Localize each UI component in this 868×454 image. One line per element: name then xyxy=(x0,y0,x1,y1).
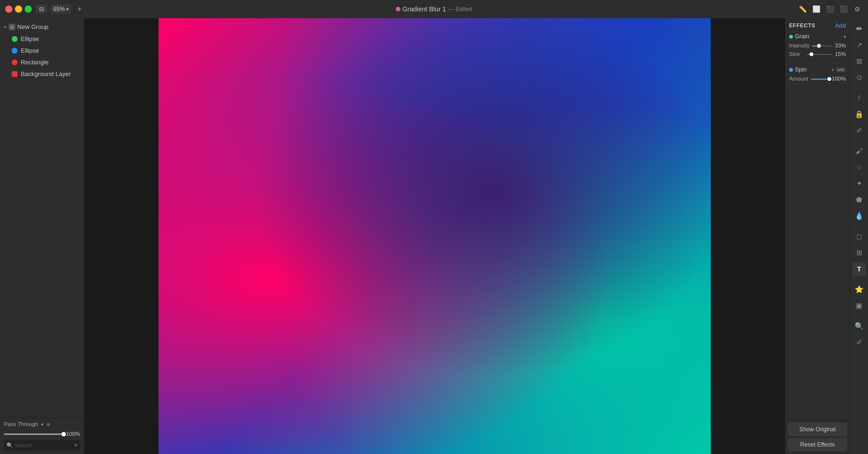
crop-mode-button[interactable]: ⬜ xyxy=(811,4,822,13)
search-input[interactable] xyxy=(15,442,72,449)
spin-amount-thumb xyxy=(827,77,831,81)
canvas-area[interactable] xyxy=(85,18,785,454)
adjust-mode-button[interactable]: ⬛ xyxy=(825,4,836,13)
spin-toggle-dot[interactable] xyxy=(789,68,793,72)
layer-group-header[interactable]: ▾ ⊞ New Group xyxy=(0,21,84,33)
size-label: Size xyxy=(789,51,805,58)
toolbar-divider-1 xyxy=(855,88,864,88)
opacity-slider[interactable] xyxy=(4,433,64,435)
grain-intensity-value: 33% xyxy=(835,42,846,49)
fullscreen-button[interactable] xyxy=(25,5,32,13)
layer-color-dot-pink xyxy=(12,71,18,77)
layer-name-background: Background Layer xyxy=(21,70,71,78)
spin-effect-name: Spin xyxy=(795,66,830,73)
group-folder-icon: ⊞ xyxy=(9,24,15,30)
pen-mode-button[interactable]: ✏️ xyxy=(797,4,808,13)
opacity-slider-fill xyxy=(4,433,64,435)
add-layer-button[interactable]: + xyxy=(74,442,78,449)
close-button[interactable] xyxy=(5,5,12,13)
layer-color-dot-green xyxy=(12,36,18,42)
line-tool-button[interactable]: / xyxy=(852,91,866,105)
add-button[interactable]: + xyxy=(75,4,84,13)
opacity-row: 100% xyxy=(4,431,80,437)
brush-tool-button[interactable]: 🖌 xyxy=(852,144,866,158)
zoom-control[interactable]: 65% ▾ xyxy=(51,4,71,13)
group-chevron-icon: ▾ xyxy=(4,24,6,30)
title-dot-icon xyxy=(396,7,401,11)
grain-size-slider[interactable] xyxy=(808,54,832,55)
grain-effect-header[interactable]: Grain ▾ xyxy=(789,33,846,40)
document-title: Gradient Blur 1 — Edited xyxy=(396,5,472,13)
lock-tool-button[interactable]: 🔒 xyxy=(852,108,866,121)
layer-name-rectangle: Rectangle xyxy=(21,59,49,66)
spin-badge: edit xyxy=(836,67,846,72)
title-text: Gradient Blur 1 xyxy=(402,5,446,13)
toolbar-divider-3 xyxy=(855,226,864,226)
text-tool-button[interactable]: T xyxy=(852,262,866,276)
layer-color-dot-blue xyxy=(12,48,18,54)
spin-amount-fill xyxy=(811,79,829,80)
right-toolbar: ✏ ↗ ⊠ ⊙ / 🔒 ✐ 🖌 ○ ✦ ⬟ 💧 ◻ ⊞ T ⭐ ▣ 🔍 ✐ xyxy=(850,18,868,454)
edit-tool-button[interactable]: ✐ xyxy=(852,124,866,138)
more-options-button[interactable]: ⚙ xyxy=(852,4,863,13)
reset-effects-button[interactable]: Reset Effects xyxy=(788,438,847,451)
amount-label: Amount xyxy=(789,76,808,82)
layer-name-ellipse-green: Ellipse xyxy=(21,35,39,42)
spin-amount-slider[interactable] xyxy=(811,79,829,80)
layer-color-dot-red xyxy=(12,59,18,65)
opacity-slider-thumb xyxy=(61,432,66,436)
star-tool-button[interactable]: ✦ xyxy=(852,177,866,190)
layer-name-ellipse-blue: Ellipse xyxy=(21,47,39,54)
effects-bottom: Show Original Reset Effects xyxy=(785,420,850,454)
spin-effect-header[interactable]: Spin ▾ edit xyxy=(789,66,846,73)
healing-tool-button[interactable]: ✐ xyxy=(852,336,866,350)
left-sidebar: ▾ ⊞ New Group Ellipse Ellipse Rectangle xyxy=(0,18,85,454)
eraser-tool-button[interactable]: ◻ xyxy=(852,230,866,243)
circle-tool-button[interactable]: ○ xyxy=(852,160,866,174)
grain-effect-name: Grain xyxy=(795,33,842,40)
sticker-tool-button[interactable]: ⭐ xyxy=(852,283,866,296)
grain-toggle-dot[interactable] xyxy=(789,35,793,39)
list-item[interactable]: Ellipse xyxy=(0,33,84,45)
pencil-tool-button[interactable]: ✏ xyxy=(852,22,866,36)
zoom-tool-button[interactable]: 🔍 xyxy=(852,320,866,333)
effects-header: EFFECTS Add xyxy=(789,22,846,29)
layers-list: ▾ ⊞ New Group Ellipse Ellipse Rectangle xyxy=(0,18,84,418)
zoom-value: 65% xyxy=(53,6,65,13)
search-icon: 🔍 xyxy=(6,442,13,449)
edited-label: — Edited xyxy=(448,6,472,13)
opacity-stepper[interactable]: ⊕ xyxy=(46,422,50,427)
main-layout: ▾ ⊞ New Group Ellipse Ellipse Rectangle xyxy=(0,18,868,454)
effects-add-button[interactable]: Add xyxy=(835,22,846,29)
sidebar-toggle-button[interactable]: ⊟ xyxy=(36,4,47,13)
ink-tool-button[interactable]: 💧 xyxy=(852,209,866,223)
opacity-value: 100% xyxy=(66,431,80,437)
eye-dropper-button[interactable]: ⊙ xyxy=(852,71,866,85)
crop-tool-button[interactable]: ⊠ xyxy=(852,55,866,68)
frames-tool-button[interactable]: ▣ xyxy=(852,299,866,313)
blend-mode-dropdown[interactable]: ▾ xyxy=(41,422,43,427)
toolbar-divider-5 xyxy=(855,316,864,316)
list-item[interactable]: Ellipse xyxy=(0,45,84,57)
show-original-button[interactable]: Show Original xyxy=(788,423,847,436)
effects-content: EFFECTS Add Grain ▾ Intensity 33% xyxy=(785,18,850,420)
spin-amount-row: Amount 100% xyxy=(789,76,846,82)
titlebar-right-actions: ✏️ ⬜ ⬛ ⬛ ⚙ xyxy=(797,4,863,13)
grain-intensity-slider[interactable] xyxy=(812,46,832,47)
spin-dropdown-icon[interactable]: ▾ xyxy=(832,67,834,72)
effects-title: EFFECTS xyxy=(789,23,815,29)
blend-mode-row: Pass Through ▾ ⊕ xyxy=(4,421,80,428)
effects-panel: EFFECTS Add Grain ▾ Intensity 33% xyxy=(785,18,850,454)
traffic-lights xyxy=(5,5,32,13)
sidebar-bottom: Pass Through ▾ ⊕ 100% 🔍 + xyxy=(0,418,84,454)
select-tool-button[interactable]: ↗ xyxy=(852,38,866,52)
share-button[interactable]: ⬛ xyxy=(838,4,849,13)
palette-tool-button[interactable]: ⬟ xyxy=(852,193,866,207)
group-label: New Group xyxy=(17,23,49,31)
list-item[interactable]: Background Layer xyxy=(0,68,84,80)
grain-dropdown-icon[interactable]: ▾ xyxy=(844,34,846,39)
minimize-button[interactable] xyxy=(15,5,22,13)
grid-tool-button[interactable]: ⊞ xyxy=(852,246,866,260)
grain-size-value: 15% xyxy=(835,51,846,58)
list-item[interactable]: Rectangle xyxy=(0,57,84,68)
